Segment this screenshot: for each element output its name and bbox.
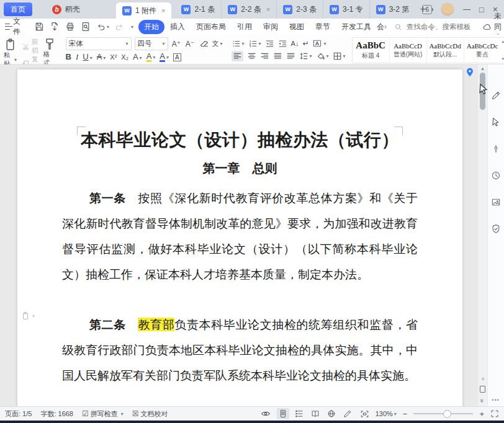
align-center-icon[interactable] — [247, 51, 256, 61]
zoom-slider-knob[interactable] — [443, 410, 451, 418]
font-name-select[interactable]: 宋体▾ — [66, 37, 132, 50]
page-indicator[interactable]: 页面: 1/5 — [5, 409, 32, 419]
next-page-button[interactable]: » — [478, 396, 487, 404]
style-gallery-arrows[interactable]: ▴ ▾ — [501, 38, 504, 63]
tab-home[interactable]: 开始 — [138, 20, 164, 34]
undo-button[interactable]: ▾ — [96, 22, 109, 32]
open-docs-count-badge[interactable]: 6 — [422, 5, 432, 14]
borders-button[interactable]: ▾ — [333, 51, 346, 61]
highlight-color-button[interactable]: A▾ — [146, 51, 156, 62]
bold-button[interactable]: B — [66, 52, 71, 61]
command-search[interactable] — [394, 22, 482, 31]
superscript-button[interactable]: X² — [110, 53, 117, 61]
show-marks-button[interactable]: ↵ — [302, 39, 308, 48]
style-keypoint[interactable]: AaBbCcDc 要点 — [464, 38, 501, 63]
tab-document-1-active[interactable]: W 1 附件 × — [116, 2, 171, 19]
format-painter-button[interactable]: 格式刷 — [41, 37, 60, 64]
word-count[interactable]: 字数: 1668 — [40, 409, 73, 419]
italic-button[interactable]: I — [76, 52, 78, 62]
outline-view-button[interactable] — [293, 408, 305, 419]
web-view-button[interactable] — [325, 408, 338, 419]
ink-annotate-button[interactable] — [341, 408, 354, 419]
character-border-button[interactable]: A — [173, 52, 181, 61]
subscript-button[interactable]: X₂ — [121, 53, 128, 61]
previous-page-button[interactable]: » — [478, 375, 487, 383]
redo-icon[interactable] — [115, 22, 124, 32]
fullscreen-icon[interactable] — [490, 409, 499, 418]
gallery-up-icon[interactable]: ▴ — [502, 39, 504, 44]
customize-toolbar-icon[interactable]: ▾ — [131, 24, 133, 30]
line-spacing-button[interactable]: ▾ — [299, 51, 312, 61]
print-icon[interactable] — [65, 22, 75, 32]
text-effects-button[interactable]: A▾ — [133, 52, 142, 61]
image-tool-icon[interactable] — [491, 197, 501, 207]
zoom-level[interactable]: 130%▾ — [376, 410, 397, 417]
proofread-button[interactable]: ☒ 文档校对 — [132, 409, 168, 419]
sort-button[interactable]: A↓ — [291, 40, 299, 47]
search-input[interactable] — [405, 22, 482, 31]
tab-references[interactable]: 引用 — [232, 20, 258, 34]
document-page[interactable]: 本科毕业论文（设计）抽检办法（试行） 第一章 总则 第一条 按照《深化新时代教育… — [17, 69, 462, 406]
read-mode-button[interactable] — [309, 408, 322, 419]
strikethrough-button[interactable]: A▾ — [97, 52, 106, 61]
edit-pen-icon[interactable] — [491, 91, 501, 100]
history-clock-icon[interactable] — [491, 171, 501, 180]
tab-review[interactable]: 审阅 — [258, 20, 284, 34]
clear-format-icon[interactable] — [199, 38, 209, 50]
zoom-out-button[interactable]: − — [403, 409, 408, 419]
tab-close-icon[interactable]: × — [266, 6, 270, 13]
toolbar-more-icon[interactable]: ••• — [487, 397, 504, 403]
spell-check-button[interactable]: ☑ 拼写检查 ▾ — [82, 409, 124, 419]
zoom-slider[interactable] — [413, 413, 473, 414]
tab-document-3-2[interactable]: W 3-2 第 — [370, 0, 416, 19]
tab-document-3-1[interactable]: W 3-1 专 — [323, 0, 370, 19]
align-right-icon[interactable] — [260, 51, 269, 61]
save-icon[interactable] — [34, 22, 44, 32]
tab-docer[interactable]: b 稻壳 — [46, 0, 86, 19]
export-pdf-icon[interactable] — [50, 22, 60, 32]
text-tool-button[interactable]: ▾ — [312, 38, 326, 48]
paste-options-floating-button[interactable]: ▾ — [21, 311, 35, 320]
adjust-slider-icon[interactable] — [491, 144, 501, 154]
vertical-scrollbar[interactable]: ▴ » » — [478, 65, 487, 406]
select-cursor-icon[interactable] — [491, 117, 501, 127]
tab-document-2-2[interactable]: W 2-2 条 × — [222, 0, 277, 19]
tab-insert[interactable]: 插入 — [164, 20, 191, 34]
cut-button[interactable]: 剪切 — [22, 38, 38, 55]
style-default-para[interactable]: AaBbCcDd 默认段... — [427, 38, 464, 63]
scroll-up-icon[interactable]: ▴ — [478, 65, 487, 72]
font-color-button[interactable]: A▾ — [160, 51, 169, 62]
underline-button[interactable]: U▾ — [83, 52, 92, 61]
pinyin-guide-button[interactable]: 文▾ — [212, 38, 223, 50]
tab-document-2-1[interactable]: W 2-1 条 — [175, 0, 222, 19]
paste-button[interactable]: 粘贴▾ — [0, 37, 17, 64]
decrease-indent-icon[interactable] — [265, 39, 274, 48]
tab-page-layout[interactable]: 页面布局 — [191, 20, 232, 34]
tab-sections[interactable]: 章节 — [310, 20, 336, 34]
numbered-list-button[interactable]: ▾ — [248, 39, 261, 48]
more-tabs-button[interactable]: 会› — [377, 22, 387, 32]
fit-page-icon[interactable] — [360, 409, 369, 419]
minimize-button[interactable]: — — [463, 5, 470, 14]
tab-close-icon[interactable]: × — [161, 7, 165, 14]
tab-dev-tools[interactable]: 开发工具 — [336, 20, 377, 34]
file-menu-button[interactable]: 文件 — [0, 16, 29, 37]
justify-icon[interactable] — [273, 51, 282, 61]
shading-button[interactable]: ▾ — [316, 51, 329, 61]
page-view-button[interactable] — [277, 408, 289, 419]
print-preview-icon[interactable] — [81, 22, 91, 32]
increase-indent-icon[interactable] — [278, 39, 287, 48]
font-size-select[interactable]: 四号▾ — [135, 37, 168, 50]
tab-view[interactable]: 视图 — [284, 20, 310, 34]
bullet-list-button[interactable]: ▾ — [232, 39, 245, 48]
style-normal-web[interactable]: AaBbCcD 普通(网站) — [390, 38, 427, 63]
gallery-down-icon[interactable]: ▾ — [502, 56, 504, 61]
distribute-icon[interactable] — [286, 51, 295, 61]
select-browse-object-button[interactable] — [478, 386, 487, 394]
document-check-icon[interactable] — [491, 224, 501, 234]
home-button[interactable]: 首页 — [4, 2, 32, 16]
align-left-button[interactable] — [232, 51, 243, 61]
zoom-in-button[interactable]: + — [479, 409, 484, 419]
style-heading4[interactable]: AaBbC 标题 4 — [353, 38, 390, 63]
location-pin-icon[interactable] — [464, 67, 475, 78]
